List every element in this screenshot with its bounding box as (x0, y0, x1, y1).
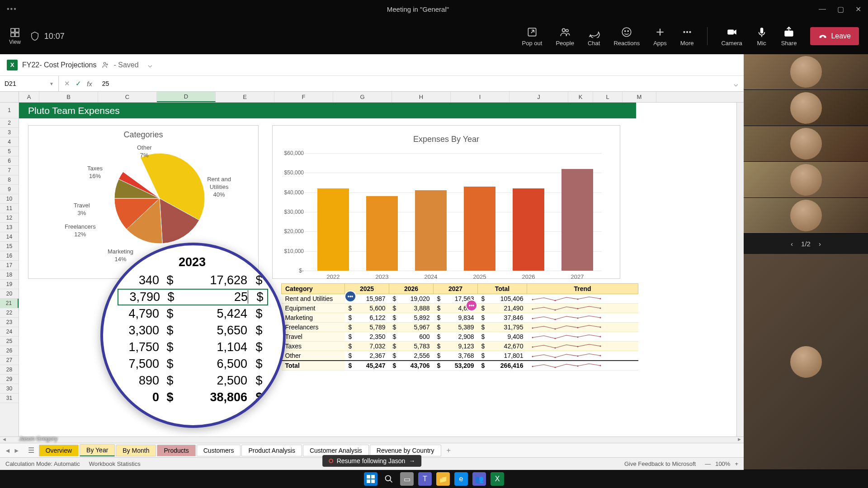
teams-icon[interactable]: T (418, 472, 432, 486)
start-icon[interactable] (364, 472, 377, 486)
workbook-stats[interactable]: Workbook Statistics (89, 460, 141, 467)
tab-products[interactable]: Products (157, 445, 195, 456)
horizontal-scrollbar[interactable]: ◄ ► (0, 436, 744, 443)
row-header-19[interactable]: 19 (0, 280, 19, 289)
formula-input[interactable]: 25 (98, 80, 728, 87)
col-header-F[interactable]: F (274, 92, 333, 102)
row-header-10[interactable]: 10 (0, 194, 19, 204)
bar-2023[interactable] (366, 196, 398, 271)
tab-nav-next-icon[interactable]: ► (14, 447, 20, 454)
people-button[interactable]: People (556, 26, 574, 47)
pager-next-icon[interactable]: › (819, 240, 821, 248)
row-header-3[interactable]: 3 (0, 128, 19, 137)
row-header-9[interactable]: 9 (0, 185, 19, 194)
row-header-7[interactable]: 7 (0, 166, 19, 175)
add-sheet-icon[interactable]: + (442, 445, 455, 456)
row-header-21[interactable]: 21 (0, 299, 19, 308)
row-header-17[interactable]: 17 (0, 261, 19, 270)
camera-button[interactable]: Camera (721, 26, 742, 47)
tab-product-analysis[interactable]: Product Analysis (241, 445, 302, 456)
row-header-27[interactable]: 27 (0, 356, 19, 365)
col-header-B[interactable]: B (39, 92, 98, 102)
excel-taskbar-icon[interactable]: X (491, 472, 504, 486)
row-header-20[interactable]: 20 (0, 289, 19, 299)
formula-expand-icon[interactable]: ⌵ (728, 80, 744, 88)
reactions-button[interactable]: Reactions (613, 26, 640, 47)
bar-2024[interactable] (415, 190, 447, 271)
col-header-H[interactable]: H (392, 92, 451, 102)
row-header-29[interactable]: 29 (0, 375, 19, 384)
formula-accept-icon[interactable]: ✓ (75, 80, 81, 88)
popout-button[interactable]: Pop out (522, 26, 542, 47)
chevron-down-icon[interactable]: ▼ (49, 81, 54, 86)
row-header-1[interactable]: 1 (0, 103, 19, 118)
video-tile-participant[interactable] (744, 54, 868, 90)
resume-following-pill[interactable]: Resume following Jason → (322, 455, 422, 467)
calc-mode[interactable]: Calculation Mode: Automatic (5, 460, 80, 467)
explorer-icon[interactable]: 📁 (436, 472, 450, 486)
video-tile-participant[interactable] (744, 90, 868, 126)
maximize-icon[interactable]: ▢ (837, 5, 844, 14)
zoom-out-icon[interactable]: — (705, 460, 711, 467)
formula-cancel-icon[interactable]: ✕ (64, 80, 70, 88)
fx-icon[interactable]: fx (87, 80, 92, 88)
tab-by-month[interactable]: By Month (116, 445, 156, 456)
row-header-30[interactable]: 30 (0, 384, 19, 394)
search-icon[interactable] (382, 472, 396, 486)
row-header-14[interactable]: 14 (0, 232, 19, 242)
row-header-25[interactable]: 25 (0, 337, 19, 346)
row-header-28[interactable]: 28 (0, 365, 19, 375)
col-header-L[interactable]: L (593, 92, 623, 102)
share-button[interactable]: Share (781, 26, 797, 47)
chevron-down-icon[interactable]: ⌵ (148, 61, 152, 69)
row-header-15[interactable]: 15 (0, 242, 19, 251)
bar-chart-expenses[interactable]: Expenses By Year $-$10,000$20,000$30,000… (272, 125, 620, 279)
row-header-12[interactable]: 12 (0, 213, 19, 223)
col-header-K[interactable]: K (568, 92, 593, 102)
teams-app-icon[interactable]: 👥 (472, 472, 486, 486)
tab-customers[interactable]: Customers (197, 445, 241, 456)
col-header-J[interactable]: J (509, 92, 568, 102)
bar-2025[interactable] (464, 187, 495, 271)
col-header-C[interactable]: C (98, 92, 157, 102)
zoom-level[interactable]: 100% (715, 460, 730, 467)
tab-nav-prev-icon[interactable]: ◄ (5, 447, 11, 454)
row-header-6[interactable]: 6 (0, 156, 19, 166)
row-header-4[interactable]: 4 (0, 137, 19, 147)
task-view-icon[interactable]: ▭ (400, 472, 414, 486)
zoom-in-icon[interactable]: + (735, 460, 738, 467)
row-header-26[interactable]: 26 (0, 346, 19, 356)
video-tile-participant[interactable] (744, 126, 868, 162)
row-header-31[interactable]: 31 (0, 394, 19, 403)
video-tile-participant[interactable] (744, 162, 868, 197)
tab-revenue[interactable]: Revenue by Country (370, 445, 441, 456)
apps-button[interactable]: Apps (653, 26, 667, 47)
video-tile-self[interactable] (744, 254, 868, 470)
more-button[interactable]: More (680, 26, 694, 47)
col-header-M[interactable]: M (623, 92, 656, 102)
cell-reference-box[interactable]: D21 ▼ (0, 76, 59, 91)
row-header-11[interactable]: 11 (0, 204, 19, 213)
presence-coauthor-blue[interactable]: ••• (344, 291, 356, 302)
bar-2022[interactable] (317, 188, 349, 271)
close-icon[interactable]: ✕ (855, 5, 861, 14)
tab-by-year[interactable]: By Year (80, 444, 115, 456)
share-people-icon[interactable] (101, 61, 109, 69)
feedback-link[interactable]: Give Feedback to Microsoft (624, 460, 696, 467)
view-button[interactable]: View (9, 27, 21, 45)
col-header-D[interactable]: D (157, 92, 216, 102)
row-header-2[interactable]: 2 (0, 118, 19, 128)
row-header-16[interactable]: 16 (0, 251, 19, 261)
row-header-13[interactable]: 13 (0, 223, 19, 232)
tab-overview[interactable]: Overview (39, 445, 79, 456)
row-header-23[interactable]: 23 (0, 318, 19, 327)
row-header-8[interactable]: 8 (0, 175, 19, 185)
edge-icon[interactable]: e (454, 472, 468, 486)
col-header-E[interactable]: E (216, 92, 274, 102)
sheet-content[interactable]: Pluto Team Expenses Categories Other7% T… (19, 103, 744, 436)
chat-button[interactable]: Chat (588, 26, 600, 47)
minimize-icon[interactable]: — (819, 5, 826, 14)
leave-button[interactable]: Leave (810, 27, 859, 45)
row-header-5[interactable]: 5 (0, 147, 19, 156)
row-header-24[interactable]: 24 (0, 327, 19, 337)
